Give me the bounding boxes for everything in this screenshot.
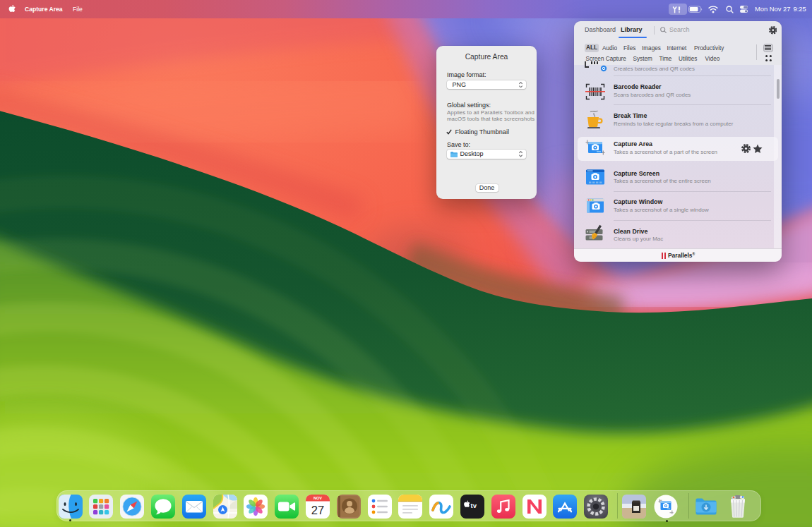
svg-text:27: 27	[311, 503, 324, 516]
svg-text:tv: tv	[471, 501, 477, 509]
svg-text:NOV: NOV	[314, 496, 322, 500]
